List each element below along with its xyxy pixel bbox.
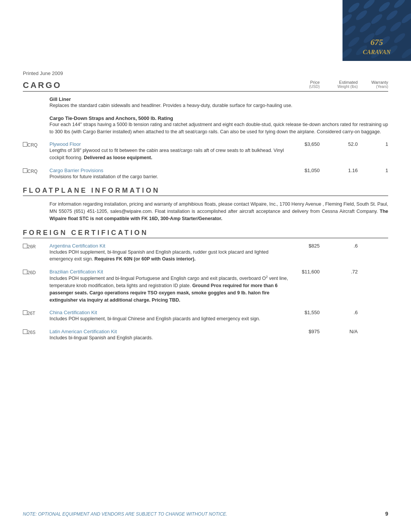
plywood-floor-title: Plywood Floor [49,141,289,147]
latam-cert-values: $975 N/A [289,329,388,334]
argentina-cert-desc: Includes POH supplement, bi-lingual Span… [49,249,289,263]
footer-note-text: NOTE: OPTIONAL EQUIPMENT AND VENDORS ARE… [23,511,227,517]
foreign-cert-header: FOREIGN CERTIFICATION [23,229,388,238]
china-cert-row: 26T China Certification Kit Includes POH… [23,310,388,323]
plywood-floor-warranty: 1 [358,141,388,147]
gill-liner-desc: Replaces the standard cabin sidewalls an… [49,102,388,109]
cargo-barrier-desc: Provisions for future installation of th… [49,173,289,181]
weight-col-header: Estimated Weight (lbs) [320,80,358,89]
brazil-cert-weight: .72 [320,269,358,275]
diamond-pattern-svg: 675 CARAVAN [342,0,411,61]
brazil-cert-checkbox[interactable] [23,270,27,274]
floatplane-section-header: FLOATPLANE INFORMATION [23,187,388,196]
cargo-barrier-title: Cargo Barrier Provisions [49,168,289,173]
price-col-header: Price (USD) [289,80,320,89]
cargo-barrier-values: $1,050 1.16 1 [289,168,388,173]
cargo-title: CARGO [23,80,62,90]
cargo-barrier-code: CRQ [23,168,49,174]
china-cert-desc: Includes POH supplement, bi-lingual Chin… [49,315,289,323]
cargo-section-header: CARGO Price (USD) Estimated Weight (lbs)… [23,80,388,92]
foreign-cert-title: FOREIGN CERTIFICATION [23,229,148,237]
svg-text:675: 675 [371,37,383,47]
floatplane-section: FLOATPLANE INFORMATION For information r… [23,187,388,223]
plywood-floor-values: $3,650 52.0 1 [289,141,388,147]
argentina-cert-content: Argentina Certification Kit Includes POH… [49,243,289,263]
brazil-cert-row: 26D Brazilian Certification Kit Includes… [23,269,388,304]
floatplane-text: For information regarding installation, … [23,201,388,223]
brazil-cert-desc: Includes POH supplement and bi-lingual P… [49,275,289,304]
brazil-cert-code: 26D [23,269,49,275]
cargo-barrier-weight: 1.16 [320,168,358,173]
page-number: 9 [385,511,388,517]
gill-liner-block: Gill Liner Replaces the standard cabin s… [23,96,388,109]
footer: NOTE: OPTIONAL EQUIPMENT AND VENDORS ARE… [23,511,388,517]
cargo-barrier-checkbox[interactable] [23,168,27,173]
printed-date: Printed June 2009 [23,70,388,76]
china-cert-checkbox[interactable] [23,310,27,315]
brazil-cert-values: $11,600 .72 [289,269,388,275]
latam-cert-desc: Includes bi-lingual Spanish and English … [49,334,289,342]
argentina-cert-code: 26R [23,243,49,249]
cargo-barrier-price: $1,050 [289,168,320,173]
column-headers: Price (USD) Estimated Weight (lbs) Warra… [289,80,388,90]
plywood-floor-weight: 52.0 [320,141,358,147]
argentina-cert-price: $825 [289,243,320,249]
plywood-floor-code: CRQ [23,141,49,148]
plywood-floor-desc: Lengths of 3/8" plywood cut to fit betwe… [49,147,289,161]
latam-cert-weight: N/A [320,329,358,334]
china-cert-code: 26T [23,310,49,316]
latam-cert-title: Latin American Certification Kit [49,329,289,334]
cargo-barrier-warranty: 1 [358,168,388,173]
argentina-cert-values: $825 .6 [289,243,388,249]
plywood-floor-price: $3,650 [289,141,320,147]
latam-cert-checkbox[interactable] [23,329,27,334]
argentina-cert-weight: .6 [320,243,358,249]
argentina-cert-title: Argentina Certification Kit [49,243,289,249]
cargo-barrier-row: CRQ Cargo Barrier Provisions Provisions … [23,168,388,181]
latam-cert-row: 26S Latin American Certification Kit Inc… [23,329,388,342]
svg-text:CARAVAN: CARAVAN [363,49,391,55]
page-container: 675 CARAVAN Printed June 2009 CARGO Pric… [0,0,411,532]
argentina-cert-checkbox[interactable] [23,244,27,248]
cargo-barrier-content: Cargo Barrier Provisions Provisions for … [49,168,289,181]
logo-background: 675 CARAVAN [342,0,411,61]
cargo-section: CARGO Price (USD) Estimated Weight (lbs)… [23,80,388,181]
argentina-cert-row: 26R Argentina Certification Kit Includes… [23,243,388,263]
brazil-cert-price: $11,600 [289,269,320,275]
gill-liner-title: Gill Liner [49,96,388,102]
floatplane-title: FLOATPLANE INFORMATION [23,187,160,195]
china-cert-weight: .6 [320,310,358,315]
plywood-floor-content: Plywood Floor Lengths of 3/8" plywood cu… [49,141,289,161]
latam-cert-content: Latin American Certification Kit Include… [49,329,289,342]
cargo-tiedown-block: Cargo Tie-Down Straps and Anchors, 5000 … [23,115,388,136]
china-cert-content: China Certification Kit Includes POH sup… [49,310,289,323]
china-cert-price: $1,550 [289,310,320,315]
plywood-floor-checkbox[interactable] [23,142,27,147]
latam-cert-code: 26S [23,329,49,335]
brazil-cert-title: Brazilian Certification Kit [49,269,289,275]
warranty-col-header: Warranty (Years) [358,80,388,89]
china-cert-values: $1,550 .6 [289,310,388,315]
cargo-tiedown-desc: Four each 144" straps having a 5000 lb t… [49,121,388,136]
logo-area: 675 CARAVAN [342,0,411,61]
brazil-cert-content: Brazilian Certification Kit Includes POH… [49,269,289,304]
cargo-tiedown-title: Cargo Tie-Down Straps and Anchors, 5000 … [49,115,388,121]
plywood-floor-row: CRQ Plywood Floor Lengths of 3/8" plywoo… [23,141,388,161]
foreign-cert-section: FOREIGN CERTIFICATION 26R Argentina Cert… [23,229,388,342]
latam-cert-price: $975 [289,329,320,334]
china-cert-title: China Certification Kit [49,310,289,315]
